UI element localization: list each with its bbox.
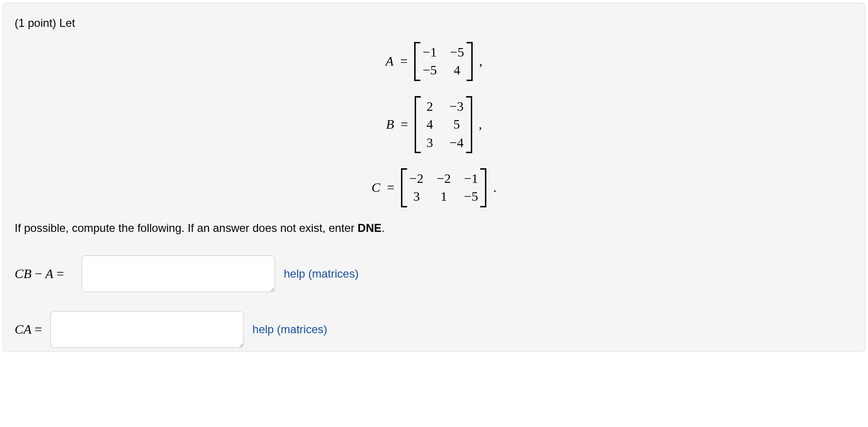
- help-link-matrices[interactable]: help (matrices): [252, 323, 327, 336]
- matrix-cell: −5: [450, 44, 464, 61]
- eq-sign: =: [387, 180, 394, 195]
- matrix-A-label: A: [385, 54, 393, 69]
- matrix-A-bracket: −1 −5 −5 4: [414, 42, 473, 81]
- matrix-cell: −5: [423, 62, 437, 79]
- problem-container: (1 point) Let A = −1 −5 −5 4 , B =: [3, 3, 865, 352]
- matrix-B-block: B = 2 −3 4 5 3 −4 ,: [15, 93, 853, 156]
- matrix-C-grid: −2 −2 −1 3 1 −5: [406, 168, 482, 207]
- answer-row-cb-minus-a: CB − A = help (matrices): [15, 255, 853, 292]
- matrix-cell: 2: [423, 98, 436, 115]
- trailing-punct: .: [493, 180, 496, 195]
- matrix-A-block: A = −1 −5 −5 4 ,: [15, 39, 853, 84]
- matrix-cell: 1: [437, 188, 451, 205]
- matrix-cell: 4: [423, 116, 436, 133]
- matrix-cell: 5: [450, 116, 464, 133]
- bracket-right-icon: [467, 96, 472, 153]
- matrix-B-label: B: [386, 117, 394, 132]
- matrix-C-bracket: −2 −2 −1 3 1 −5: [401, 168, 486, 207]
- bracket-right-icon: [468, 42, 473, 81]
- matrix-cell: −5: [464, 188, 478, 205]
- let-label: Let: [59, 16, 75, 29]
- matrix-cell: −4: [450, 134, 464, 151]
- bracket-left-icon: [401, 168, 406, 207]
- matrix-cell: −1: [423, 44, 437, 61]
- answer-input-cb-minus-a[interactable]: [82, 255, 275, 292]
- matrix-cell: −1: [464, 170, 478, 187]
- instruction-bold: DNE: [358, 222, 382, 234]
- trailing-punct: ,: [479, 117, 482, 132]
- matrix-cell: 3: [409, 188, 424, 205]
- answer-input-ca[interactable]: [50, 311, 244, 348]
- matrix-cell: −3: [450, 98, 464, 115]
- matrix-cell: −2: [409, 170, 424, 187]
- points-label: (1 point): [15, 16, 56, 29]
- matrix-cell: 4: [450, 62, 464, 79]
- matrix-B-bracket: 2 −3 4 5 3 −4: [415, 96, 472, 153]
- trailing-punct: ,: [479, 54, 483, 69]
- bracket-left-icon: [414, 42, 419, 81]
- intro-line: (1 point) Let: [15, 16, 853, 30]
- matrix-cell: 3: [423, 134, 436, 151]
- answer-label-ca: CA =: [15, 322, 42, 337]
- answer-row-ca: CA = help (matrices): [15, 311, 853, 348]
- instruction-prefix: If possible, compute the following. If a…: [15, 222, 358, 234]
- matrix-A-grid: −1 −5 −5 4: [419, 42, 468, 81]
- matrix-C-block: C = −2 −2 −1 3 1 −5 .: [15, 165, 853, 210]
- eq-sign: =: [400, 54, 408, 69]
- matrix-cell: −2: [437, 170, 451, 187]
- matrix-B-grid: 2 −3 4 5 3 −4: [419, 96, 467, 153]
- bracket-left-icon: [415, 96, 419, 153]
- answer-label-cb-minus-a: CB − A =: [15, 266, 64, 281]
- instruction-suffix: .: [382, 222, 385, 234]
- eq-sign: =: [401, 117, 408, 132]
- instruction-text: If possible, compute the following. If a…: [15, 222, 853, 235]
- bracket-right-icon: [482, 168, 486, 207]
- matrix-C-label: C: [372, 180, 381, 195]
- help-link-matrices[interactable]: help (matrices): [284, 267, 359, 280]
